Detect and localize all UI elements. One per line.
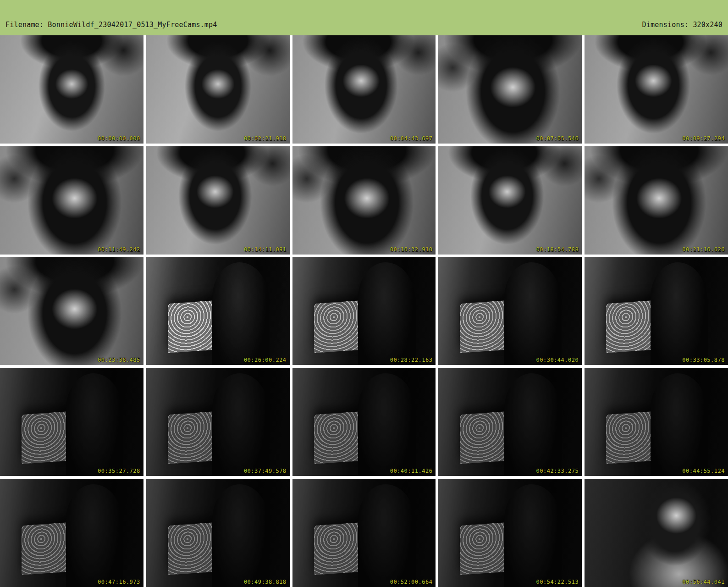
- thumbnail-frame-image: [0, 479, 143, 587]
- timestamp-overlay: 00:52:00.664: [390, 579, 433, 585]
- timestamp-overlay: 00:18:54.788: [536, 246, 579, 253]
- video-thumbnail: 00:00:00.000: [0, 35, 143, 144]
- thumbnail-frame-image: [438, 257, 582, 365]
- timestamp-overlay: 00:14:11.091: [244, 246, 287, 253]
- file-info-right: Dimensions: 320x240 Format: h264 / aac (…: [617, 3, 722, 35]
- file-info-left: Filename: BonnieWildf_23042017_0513_MyFr…: [6, 3, 217, 35]
- timestamp-overlay: 00:28:22.163: [390, 357, 433, 363]
- timestamp-overlay: 00:16:32.910: [390, 246, 433, 253]
- timestamp-overlay: 00:04:43.697: [390, 135, 433, 142]
- thumbnail-frame-image: [585, 368, 728, 476]
- video-thumbnail: 00:54:22.513: [438, 479, 582, 587]
- timestamp-overlay: 00:56:44.041: [682, 579, 725, 585]
- timestamp-overlay: 00:07:05.546: [536, 135, 579, 142]
- timestamp-overlay: 00:21:16.626: [682, 246, 725, 253]
- video-thumbnail: 00:52:00.664: [292, 479, 436, 587]
- timestamp-overlay: 00:33:05.878: [682, 357, 725, 363]
- thumbnail-frame-image: [146, 257, 290, 365]
- timestamp-overlay: 00:35:27.728: [98, 468, 140, 474]
- timestamp-overlay: 00:54:22.513: [536, 579, 579, 585]
- video-thumbnail: 00:37:49.578: [146, 368, 290, 476]
- thumbnail-frame-image: [0, 257, 143, 365]
- video-thumbnail: 00:23:38.485: [0, 257, 143, 365]
- thumbnail-frame-image: [438, 35, 582, 144]
- video-thumbnail: 00:28:22.163: [292, 257, 436, 365]
- thumbnail-frame-image: [146, 35, 290, 144]
- video-thumbnail: 00:09:27.294: [585, 35, 728, 144]
- video-thumbnail: 00:47:16.973: [0, 479, 143, 587]
- timestamp-overlay: 00:09:27.294: [682, 135, 725, 142]
- video-thumbnail: 00:02:21.918: [146, 35, 290, 144]
- thumbnail-frame-image: [146, 368, 290, 476]
- timestamp-overlay: 00:37:49.578: [244, 468, 287, 474]
- thumbnail-frame-image: [0, 146, 143, 255]
- thumbnail-frame-image: [438, 479, 582, 587]
- timestamp-overlay: 00:42:33.275: [536, 468, 579, 474]
- video-thumbnail: 00:30:44.020: [438, 257, 582, 365]
- thumbnail-frame-image: [292, 368, 436, 476]
- thumbnail-frame-image: [585, 257, 728, 365]
- timestamp-overlay: 00:23:38.485: [98, 357, 140, 363]
- timestamp-overlay: 00:49:38.818: [244, 579, 287, 585]
- video-thumbnail: 00:42:33.275: [438, 368, 582, 476]
- video-thumbnail: 00:21:16.626: [585, 146, 728, 255]
- timestamp-overlay: 00:47:16.973: [98, 579, 140, 585]
- timestamp-overlay: 00:02:21.918: [244, 135, 287, 142]
- thumbnail-frame-image: [585, 479, 728, 587]
- video-thumbnail: 00:33:05.878: [585, 257, 728, 365]
- video-thumbnail: 00:35:27.728: [0, 368, 143, 476]
- filename-line: Filename: BonnieWildf_23042017_0513_MyFr…: [6, 21, 217, 29]
- thumbnail-frame-image: [146, 146, 290, 255]
- thumbnail-frame-image: [0, 368, 143, 476]
- video-thumbnail: 00:44:55.124: [585, 368, 728, 476]
- thumbnail-frame-image: [292, 146, 436, 255]
- video-thumbnail: 00:18:54.788: [438, 146, 582, 255]
- thumbnail-frame-image: [0, 35, 143, 144]
- video-thumbnail: 00:14:11.091: [146, 146, 290, 255]
- timestamp-overlay: 00:11:49.242: [98, 246, 140, 253]
- dimensions-line: Dimensions: 320x240: [617, 21, 722, 29]
- video-thumbnail: 00:49:38.818: [146, 479, 290, 587]
- timestamp-overlay: 00:00:00.000: [98, 135, 140, 142]
- thumbnail-frame-image: [438, 146, 582, 255]
- thumbnail-frame-image: [585, 35, 728, 144]
- thumbnail-frame-image: [146, 479, 290, 587]
- video-thumbnail: 00:26:00.224: [146, 257, 290, 365]
- thumbnail-grid: 00:00:00.000 00:02:21.918 00:04:43.697 0…: [0, 35, 728, 587]
- thumbnail-frame-image: [292, 35, 436, 144]
- timestamp-overlay: 00:26:00.224: [244, 357, 287, 363]
- video-thumbnail: 00:56:44.041: [585, 479, 728, 587]
- video-thumbnail: 00:16:32.910: [292, 146, 436, 255]
- timestamp-overlay: 00:40:11.426: [390, 468, 433, 474]
- timestamp-overlay: 00:30:44.020: [536, 357, 579, 363]
- video-thumbnail: 00:04:43.697: [292, 35, 436, 144]
- thumbnail-frame-image: [292, 479, 436, 587]
- thumbnail-frame-image: [292, 257, 436, 365]
- video-thumbnail: 00:07:05.546: [438, 35, 582, 144]
- video-thumbnail: 00:40:11.426: [292, 368, 436, 476]
- metadata-header: Filename: BonnieWildf_23042017_0513_MyFr…: [0, 0, 728, 35]
- timestamp-overlay: 00:44:55.124: [682, 468, 725, 474]
- thumbnail-frame-image: [585, 146, 728, 255]
- thumbnail-frame-image: [438, 368, 582, 476]
- video-thumbnail: 00:11:49.242: [0, 146, 143, 255]
